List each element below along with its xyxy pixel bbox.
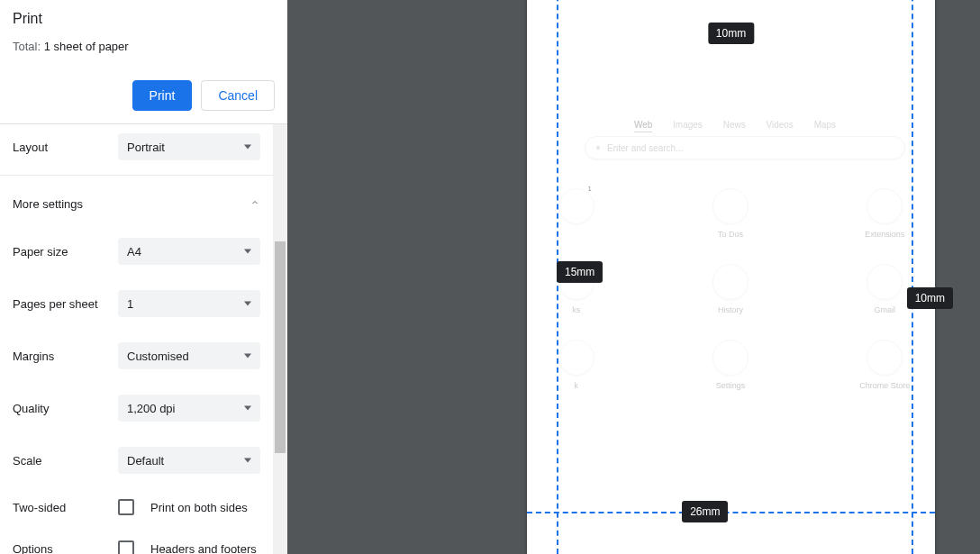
two-sided-checkbox[interactable] — [118, 499, 134, 515]
margin-tag-top[interactable]: 10mm — [708, 23, 754, 44]
options-label: Options — [13, 542, 118, 555]
print-settings-panel: Print Total: 1 sheet of paper Print Canc… — [0, 0, 287, 554]
margin-tag-left[interactable]: 15mm — [557, 261, 603, 283]
scale-label: Scale — [13, 454, 118, 468]
chevron-up-icon — [250, 197, 260, 211]
print-button[interactable]: Print — [132, 80, 193, 111]
paper-size-label: Paper size — [13, 245, 118, 259]
quality-label: Quality — [13, 402, 118, 415]
print-preview-area[interactable]: 10mm 15mm 10mm 26mm Web Images News Vide… — [287, 0, 980, 554]
margins-select[interactable]: Customised — [118, 342, 260, 369]
margins-label: Margins — [13, 350, 118, 363]
quality-select[interactable]: 1,200 dpi — [118, 395, 260, 422]
chevron-down-icon — [244, 145, 251, 150]
preview-page-content: Web Images News Videos Maps Enter and se… — [558, 0, 912, 513]
preview-tiles-grid: 1 To Dos Extensions ks History Gmail k S… — [558, 188, 912, 390]
two-sided-label: Two-sided — [13, 501, 118, 514]
layout-select[interactable]: Portrait — [118, 133, 260, 160]
chevron-down-icon — [244, 459, 251, 463]
headers-footers-check-label: Headers and footers — [150, 542, 257, 555]
cancel-button[interactable]: Cancel — [201, 80, 275, 111]
chevron-down-icon — [244, 250, 251, 254]
pages-per-sheet-select[interactable]: 1 — [118, 290, 260, 317]
layout-label: Layout — [13, 141, 118, 154]
sheet-total: Total: 1 sheet of paper — [13, 40, 275, 53]
preview-tabs: Web Images News Videos Maps — [558, 120, 912, 130]
margin-tag-bottom[interactable]: 26mm — [682, 501, 728, 522]
preview-page[interactable]: 10mm 15mm 10mm 26mm Web Images News Vide… — [527, 0, 935, 554]
paper-size-select[interactable]: A4 — [118, 238, 260, 265]
pages-per-sheet-label: Pages per sheet — [13, 297, 118, 311]
dialog-title: Print — [13, 11, 275, 27]
more-settings-toggle[interactable]: More settings — [0, 183, 273, 225]
two-sided-check-label: Print on both sides — [150, 501, 248, 514]
preview-search-bar: Enter and search... — [585, 136, 905, 159]
settings-scrollbar[interactable] — [273, 124, 287, 554]
chevron-down-icon — [244, 354, 251, 359]
chevron-down-icon — [244, 406, 251, 411]
margin-tag-right[interactable]: 10mm — [907, 287, 953, 309]
scale-select[interactable]: Default — [118, 447, 260, 474]
chevron-down-icon — [244, 302, 251, 306]
headers-footers-checkbox[interactable] — [118, 540, 134, 554]
scrollbar-thumb[interactable] — [275, 241, 286, 453]
